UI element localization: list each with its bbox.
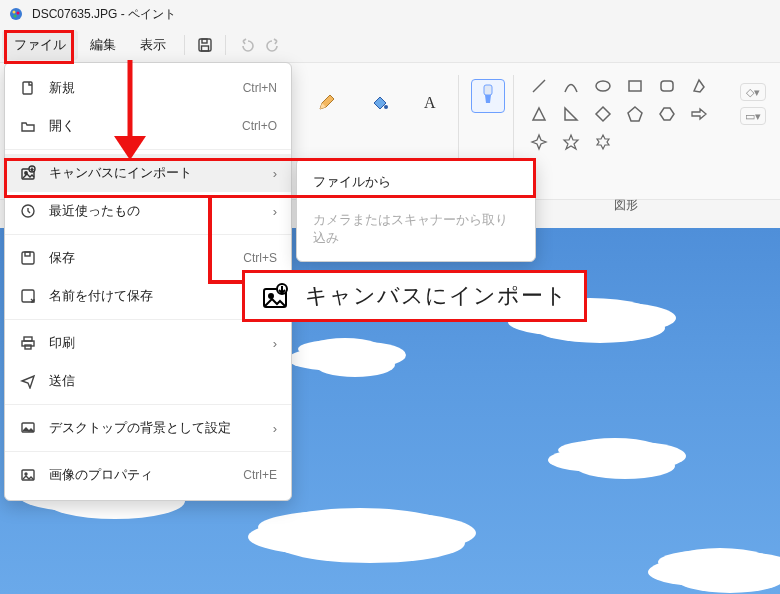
redo-button[interactable] xyxy=(260,31,288,59)
import-submenu: ファイルから カメラまたはスキャナーから取り込み xyxy=(296,158,536,262)
document-icon xyxy=(19,80,37,96)
svg-rect-13 xyxy=(661,81,673,91)
shape-right-triangle[interactable] xyxy=(560,103,582,125)
svg-rect-28 xyxy=(22,252,34,264)
menu-item-send[interactable]: 送信 xyxy=(5,362,291,400)
send-icon xyxy=(19,373,37,389)
svg-point-40 xyxy=(269,294,273,298)
svg-point-36 xyxy=(25,473,27,475)
svg-rect-9 xyxy=(484,85,492,95)
import-image-icon xyxy=(19,165,37,181)
shape-arrow-right[interactable] xyxy=(688,103,710,125)
shape-polygon[interactable] xyxy=(688,75,710,97)
svg-marker-15 xyxy=(533,108,545,120)
svg-rect-29 xyxy=(25,252,30,256)
svg-point-1 xyxy=(13,11,16,14)
shapes-group: 図形 xyxy=(514,63,734,214)
chevron-right-icon: › xyxy=(273,336,277,351)
shape-star5[interactable] xyxy=(560,131,582,153)
pencil-tool[interactable] xyxy=(310,85,344,119)
shape-round-rect[interactable] xyxy=(656,75,678,97)
shape-triangle[interactable] xyxy=(528,103,550,125)
save-icon-button[interactable] xyxy=(191,31,219,59)
paint-app-icon xyxy=(8,6,24,22)
svg-text:A: A xyxy=(424,94,436,111)
svg-marker-17 xyxy=(596,107,610,121)
save-as-icon xyxy=(19,288,37,304)
shape-star4[interactable] xyxy=(528,131,550,153)
svg-point-0 xyxy=(10,8,22,20)
chevron-right-icon: › xyxy=(273,204,277,219)
undo-button[interactable] xyxy=(232,31,260,59)
shape-fill-dropdown[interactable]: ▭▾ xyxy=(740,107,766,125)
svg-rect-23 xyxy=(23,82,32,94)
shape-options: ◇▾ ▭▾ xyxy=(734,63,772,125)
chevron-right-icon: › xyxy=(273,166,277,181)
wallpaper-icon xyxy=(19,420,37,436)
import-image-icon xyxy=(261,282,289,310)
svg-marker-19 xyxy=(660,108,674,120)
menu-file[interactable]: ファイル xyxy=(2,30,78,60)
menu-item-set-wallpaper[interactable]: デスクトップの背景として設定 › xyxy=(5,409,291,447)
window-title: DSC07635.JPG - ペイント xyxy=(32,6,176,23)
submenu-from-scanner: カメラまたはスキャナーから取り込み xyxy=(297,201,535,257)
svg-marker-16 xyxy=(565,108,577,120)
title-bar: DSC07635.JPG - ペイント xyxy=(0,0,780,28)
shape-line[interactable] xyxy=(528,75,550,97)
svg-marker-18 xyxy=(628,107,642,121)
menu-separator xyxy=(225,35,226,55)
shape-hexagon[interactable] xyxy=(656,103,678,125)
shape-star6[interactable] xyxy=(592,131,614,153)
save-icon xyxy=(19,250,37,266)
svg-point-2 xyxy=(17,12,20,15)
menu-item-properties[interactable]: 画像のプロパティ Ctrl+E xyxy=(5,456,291,494)
shape-pentagon[interactable] xyxy=(624,103,646,125)
shape-outline-dropdown[interactable]: ◇▾ xyxy=(740,83,766,101)
annotation-connector xyxy=(190,198,250,308)
annotation-callout: キャンバスにインポート xyxy=(242,270,587,322)
shape-diamond[interactable] xyxy=(592,103,614,125)
folder-icon xyxy=(19,118,37,134)
shape-rect[interactable] xyxy=(624,75,646,97)
brush-tool-selected[interactable] xyxy=(471,79,505,113)
svg-point-3 xyxy=(14,15,17,18)
printer-icon xyxy=(19,335,37,351)
annotation-callout-text: キャンバスにインポート xyxy=(305,281,568,311)
svg-rect-33 xyxy=(25,345,31,349)
properties-icon xyxy=(19,467,37,483)
annotation-arrow xyxy=(100,60,160,180)
shapes-group-label: 図形 xyxy=(528,197,724,214)
svg-rect-5 xyxy=(202,39,207,43)
svg-marker-14 xyxy=(694,80,704,92)
menu-item-print[interactable]: 印刷 › xyxy=(5,324,291,362)
menu-edit[interactable]: 編集 xyxy=(78,30,128,60)
svg-point-11 xyxy=(596,81,610,91)
svg-rect-6 xyxy=(202,46,209,51)
chevron-right-icon: › xyxy=(273,421,277,436)
submenu-from-file[interactable]: ファイルから xyxy=(297,163,535,201)
svg-point-7 xyxy=(384,105,388,109)
menu-separator xyxy=(184,35,185,55)
shape-curve[interactable] xyxy=(560,75,582,97)
fill-tool[interactable] xyxy=(362,85,396,119)
menu-bar: ファイル 編集 表示 xyxy=(0,28,780,62)
svg-line-10 xyxy=(533,80,545,92)
menu-view[interactable]: 表示 xyxy=(128,30,178,60)
svg-marker-22 xyxy=(597,135,609,149)
shape-oval[interactable] xyxy=(592,75,614,97)
svg-rect-12 xyxy=(629,81,641,91)
svg-marker-21 xyxy=(564,135,578,149)
text-tool[interactable]: A xyxy=(414,85,448,119)
svg-marker-38 xyxy=(114,136,146,160)
tools-group: A xyxy=(300,63,458,119)
svg-marker-20 xyxy=(532,135,546,149)
clock-icon xyxy=(19,203,37,219)
